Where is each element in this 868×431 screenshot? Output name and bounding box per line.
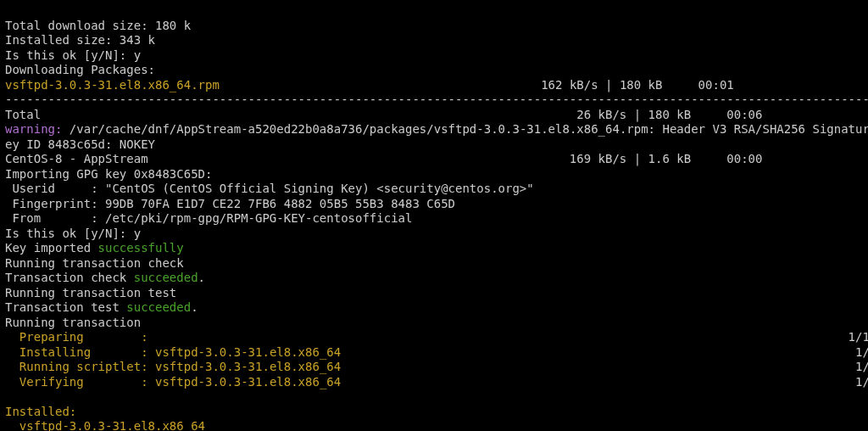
step-verifying: Verifying : [5, 375, 155, 389]
line-download-size: Total download size: 180 k [5, 19, 191, 32]
step-verifying-count: 1/1 [341, 375, 868, 389]
blank-line-1 [5, 389, 12, 403]
line-gpg-userid: Userid : "CentOS (CentOS Official Signin… [5, 182, 534, 195]
key-imported-prefix: Key imported [5, 241, 98, 255]
line-confirm-1: Is this ok [y/N]: y [5, 48, 141, 62]
step-scriptlet-count: 1/1 [341, 360, 868, 373]
line-gpg-fingerprint: Fingerprint: 99DB 70FA E1D7 CE22 7FB6 48… [5, 197, 455, 210]
line-total: Total 26 kB/s | 180 kB 00:06 [5, 108, 762, 121]
terminal-output[interactable]: Total download size: 180 k Installed siz… [0, 0, 868, 431]
transaction-check-prefix: Transaction check [5, 271, 134, 284]
line-confirm-2: Is this ok [y/N]: y [5, 227, 141, 240]
line-centos8-appstream: CentOS-8 - AppStream 169 kB/s | 1.6 kB 0… [5, 152, 762, 165]
transaction-test-status: succeeded [126, 300, 191, 314]
line-installed-size: Installed size: 343 k [5, 33, 155, 47]
line-running-check: Running transaction check [5, 256, 184, 270]
step-installing-count: 1/1 [341, 345, 868, 359]
transaction-test-prefix: Transaction test [5, 300, 126, 314]
warning-label: warning: [5, 122, 62, 136]
step-preparing-count: 1/1 [148, 330, 868, 344]
line-downloading: Downloading Packages: [5, 63, 155, 76]
step-installing: Installing : [5, 345, 155, 359]
line-running-transaction: Running transaction [5, 316, 141, 329]
key-imported-status: successfully [98, 241, 184, 255]
line-running-test: Running transaction test [5, 286, 176, 299]
transaction-check-dot: . [198, 271, 205, 284]
step-verifying-pkg: vsftpd-3.0.3-31.el8.x86_64 [155, 375, 341, 389]
warning-message-2: ey ID 8483c65d: NOKEY [5, 137, 155, 151]
installed-header: Installed: [5, 405, 76, 418]
rpm-stats: 162 kB/s | 180 kB 00:01 [220, 78, 734, 92]
warning-message-1: /var/cache/dnf/AppStream-a520ed22b0a8a73… [62, 122, 868, 136]
transaction-check-status: succeeded [134, 271, 198, 284]
line-gpg-from: From : /etc/pki/rpm-gpg/RPM-GPG-KEY-cent… [5, 211, 412, 225]
step-preparing: Preparing : [5, 330, 148, 344]
line-importing-gpg: Importing GPG key 0x8483C65D: [5, 167, 212, 181]
rpm-filename: vsftpd-3.0.3-31.el8.x86_64.rpm [5, 78, 220, 92]
step-scriptlet: Running scriptlet: [5, 360, 155, 373]
step-installing-pkg: vsftpd-3.0.3-31.el8.x86_64 [155, 345, 341, 359]
installed-package: vsftpd-3.0.3-31.el8.x86_64 [5, 419, 205, 431]
step-scriptlet-pkg: vsftpd-3.0.3-31.el8.x86_64 [155, 360, 341, 373]
divider-dashes: ----------------------------------------… [5, 92, 868, 106]
transaction-test-dot: . [191, 300, 198, 314]
